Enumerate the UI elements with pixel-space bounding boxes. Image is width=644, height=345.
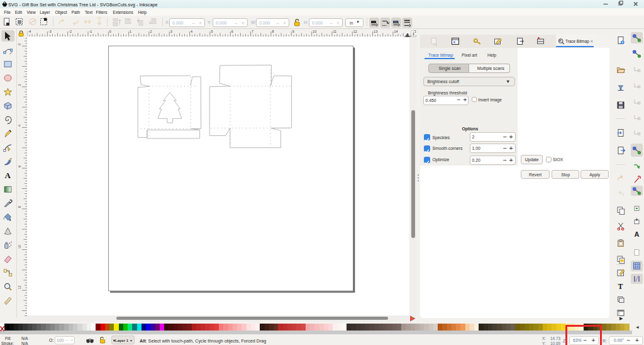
svg-text:7: 7 [252,30,253,33]
svg-text:1: 1 [130,30,131,33]
svg-text:6: 6 [18,166,21,167]
svg-text:4: 4 [18,125,21,127]
svg-text:8: 8 [272,30,274,33]
svg-text:-3: -3 [48,30,52,33]
svg-text:-4: -4 [28,30,31,33]
svg-text:12: 12 [18,286,21,290]
svg-text:13: 13 [374,30,377,33]
svg-text:9: 9 [292,30,294,33]
svg-text:0: 0 [109,30,111,33]
svg-text:T: T [618,282,623,291]
svg-text:4: 4 [191,30,192,33]
svg-text:2: 2 [150,30,152,33]
svg-text:14: 14 [394,30,397,33]
svg-text:A: A [5,171,11,180]
svg-text:10: 10 [313,30,316,33]
svg-text:12: 12 [353,30,357,33]
svg-text:0: 0 [18,43,21,45]
svg-text:11: 11 [333,30,336,33]
svg-text:A: A [635,230,640,238]
svg-text:-2: -2 [69,30,72,33]
svg-text:10: 10 [18,245,21,249]
svg-text:6: 6 [231,30,233,33]
svg-text:3: 3 [170,30,172,33]
svg-text:-1: -1 [89,30,92,33]
svg-text:5: 5 [211,30,213,33]
svg-text:2: 2 [18,84,21,86]
svg-text:8: 8 [18,206,21,208]
